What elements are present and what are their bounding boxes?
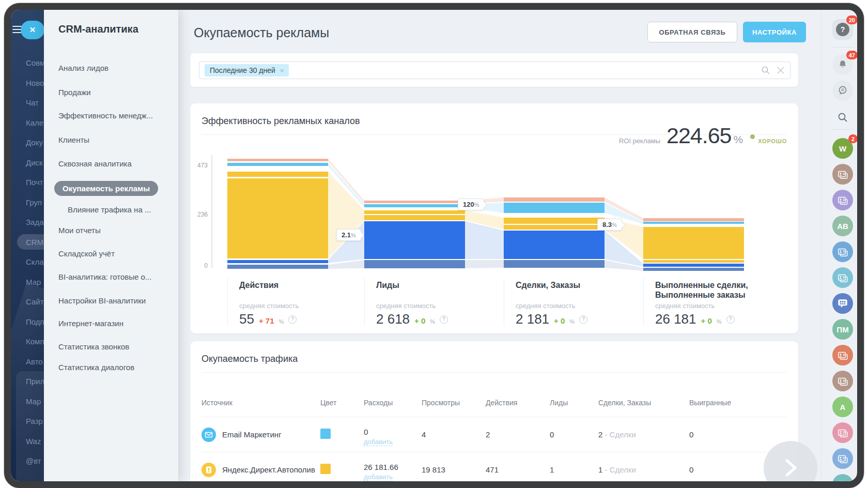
crm-analytics-panel: CRM-аналитика Анализ лидовПродажиЭффекти… [44, 10, 178, 481]
panel-menu-item[interactable]: Статистика диалогов [58, 363, 134, 372]
sidebar-item[interactable]: Совм [26, 58, 44, 67]
add-expenses-link[interactable]: добавить [364, 473, 393, 481]
right-toolbar: ? 20 47 W2ABПМA [821, 10, 857, 481]
notifications-button[interactable]: 47 [832, 54, 853, 75]
sidebar-item[interactable]: Почт [26, 178, 44, 187]
app-window: СовмНовоЧатКалеДокуДискПочтГрупЗадаCRMСк… [4, 3, 864, 488]
sidebar-item[interactable]: Чат [26, 98, 44, 107]
table-scroll-right-button[interactable] [764, 441, 817, 488]
sidebar-item[interactable]: Мар [26, 278, 44, 286]
panel-menu-item[interactable]: Интернет-магазин [58, 319, 123, 328]
panel-menu-item[interactable]: Влияние трафика на ... [68, 205, 151, 214]
settings-button[interactable]: НАСТРОЙКА [743, 22, 806, 42]
status-dot [750, 134, 755, 139]
sidebar-item[interactable]: Разр [26, 417, 44, 425]
divider [831, 47, 854, 48]
feedback-button[interactable]: ОБРАТНАЯ СВЯЗЬ [647, 22, 737, 42]
sidebar-item[interactable]: Комп [26, 337, 44, 346]
panel-menu-item[interactable]: Анализ лидов [58, 64, 109, 72]
funnel-chart: 473 236 0 [190, 155, 798, 279]
sidebar-item[interactable]: Мар [26, 397, 44, 406]
funnel-chart-svg [211, 155, 758, 279]
table-row[interactable]: Яндекс.Директ.Автополив 26 181.66 добави… [202, 452, 787, 487]
contact-card-avatar-icon[interactable] [832, 345, 853, 365]
stat-deals: Сделки, Заказы средняя стоимость 2 181 +… [504, 278, 643, 326]
menu-close-button[interactable]: ✕ [21, 21, 44, 39]
search-button[interactable] [832, 107, 853, 128]
add-expenses-link[interactable]: добавить [364, 438, 393, 446]
color-swatch [320, 464, 331, 474]
table-header-row: ИсточникЦвет РасходыПросмотры ДействияЛи… [202, 383, 787, 417]
panel-menu-item[interactable]: Настройки BI-аналитики [58, 296, 146, 305]
panel-title: CRM-аналитика [58, 23, 138, 35]
contact-card-avatar-icon[interactable] [832, 190, 853, 210]
contact-card-avatar-icon[interactable] [832, 241, 853, 262]
close-icon: ✕ [29, 25, 36, 34]
clear-search-icon[interactable] [777, 66, 785, 74]
panel-menu-item[interactable]: Мои отчеты [58, 226, 101, 235]
sidebar-item[interactable]: Диск [26, 158, 44, 167]
user-avatar[interactable]: W2 [832, 138, 853, 159]
source-name: Email Маркетинг [222, 430, 282, 439]
sidebar-item[interactable]: Доку [26, 138, 44, 147]
yandex-direct-icon [202, 463, 216, 477]
filter-tag[interactable]: Последние 30 дней × [205, 64, 289, 77]
sidebar-item[interactable]: Сайт [26, 297, 44, 306]
user-avatar[interactable]: AB [832, 216, 853, 236]
sidebar-item[interactable]: Waz [26, 437, 44, 446]
contact-card-avatar-icon[interactable] [832, 448, 853, 469]
roi-label: ROI рекламы [619, 137, 660, 145]
y-axis-tick: 473 [190, 162, 208, 169]
contact-card-avatar-icon[interactable] [832, 164, 853, 185]
funnel-flow-3 [605, 197, 643, 271]
filter-input[interactable]: Последние 30 дней × [199, 62, 791, 79]
sidebar-item[interactable]: Скла [26, 257, 44, 266]
help-icon[interactable]: ? [440, 315, 448, 324]
sidebar-item[interactable]: @вт [26, 456, 44, 465]
sidebar-item[interactable]: Подп [26, 317, 44, 326]
panel-menu-item[interactable]: Клиенты [58, 135, 89, 144]
main-content: Окупаемость рекламы ОБРАТНАЯ СВЯЗЬ НАСТР… [178, 10, 806, 481]
contact-card-avatar-icon[interactable] [832, 422, 853, 443]
contact-card-avatar-icon[interactable] [832, 267, 853, 288]
sidebar-item[interactable]: CRM [26, 238, 44, 247]
y-axis-tick: 236 [190, 211, 208, 218]
group-chat-avatar-icon[interactable] [832, 293, 853, 314]
panel-menu-item[interactable]: Эффективность менедж... [58, 111, 153, 120]
panel-menu-item[interactable]: Сквозная аналитика [58, 159, 132, 168]
remove-filter-icon[interactable]: × [280, 67, 284, 74]
contact-card-avatar-icon[interactable] [832, 474, 853, 488]
panel-menu-item[interactable]: Складской учёт [58, 249, 115, 258]
help-button[interactable]: ? 20 [832, 19, 853, 40]
sidebar-item[interactable]: Кале [26, 118, 44, 127]
contact-card-avatar-icon[interactable] [832, 371, 853, 391]
panel-menu-item[interactable]: Статистика звонков [58, 342, 129, 351]
help-icon[interactable]: ? [726, 315, 735, 324]
filter-panel: Последние 30 дней × [190, 53, 798, 87]
user-avatar[interactable]: A [832, 396, 853, 417]
sidebar-item[interactable]: Прил [26, 377, 44, 386]
sidebar-item[interactable]: Зада [26, 218, 44, 226]
source-name: Яндекс.Директ.Автополив [222, 465, 315, 474]
divider [202, 372, 787, 373]
sidebar-item[interactable]: Ново [26, 79, 44, 87]
search-icon[interactable] [761, 66, 770, 75]
user-avatar[interactable]: ПМ [832, 319, 853, 340]
stat-leads: Лиды средняя стоимость 2 618 + 0 % ? [364, 278, 504, 326]
roi-status-badge: ХОРОШО [758, 138, 787, 144]
table-row[interactable]: Email Маркетинг 0 добавить 4 2 0 2 - Сде… [202, 417, 787, 452]
panel-menu-item[interactable]: Продажи [58, 88, 91, 97]
funnel-column-leads [364, 201, 465, 268]
conversion-tag: 8.3% [597, 219, 622, 231]
stat-actions: Действия средняя стоимость 55 + 71 % ? [227, 278, 364, 326]
email-marketing-icon [202, 428, 216, 442]
sidebar-item[interactable]: Авто [26, 357, 44, 366]
search-icon [837, 112, 848, 123]
traffic-table: ИсточникЦвет РасходыПросмотры ДействияЛи… [202, 383, 787, 487]
messenger-button[interactable] [832, 80, 853, 101]
panel-menu-item[interactable]: BI-аналитика: готовые о... [58, 272, 151, 281]
help-icon[interactable]: ? [288, 315, 297, 324]
panel-menu-item-active[interactable]: Окупаемость рекламы [54, 181, 158, 196]
sidebar-item[interactable]: Груп [26, 198, 44, 207]
help-icon[interactable]: ? [579, 315, 587, 324]
